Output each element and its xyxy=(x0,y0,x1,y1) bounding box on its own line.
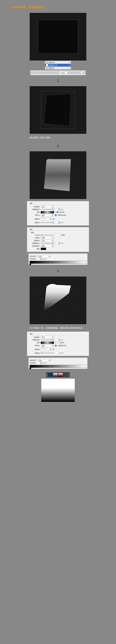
dropdown-icon[interactable]: ▾ xyxy=(55,342,56,344)
canvas-rounded-rect xyxy=(30,13,86,60)
arrow-down-icon: ↓ xyxy=(57,142,59,148)
blend-mode-select[interactable]: 正常 xyxy=(41,336,54,338)
angle-input[interactable] xyxy=(46,348,52,350)
scale-slider[interactable] xyxy=(41,353,54,354)
grad-type-select[interactable]: 实底 xyxy=(38,359,50,362)
page-title: Ipod主机箱（后机体部分） xyxy=(12,5,46,9)
position-select[interactable]: 内部 xyxy=(41,236,54,239)
rounded-rect-shape xyxy=(38,20,78,54)
style-swatch-icon[interactable] xyxy=(82,72,85,74)
section-label: 描边 xyxy=(30,228,86,231)
chevron-left-icon[interactable]: ‹ xyxy=(47,374,48,376)
dropdown-icon[interactable]: ▸ xyxy=(44,258,44,260)
gradient-editor-2: 渐变类型(T):实底 平滑度(M):▸% xyxy=(28,358,88,369)
grad-style-select[interactable]: 线性 xyxy=(41,344,54,347)
color-swatch[interactable] xyxy=(41,248,46,250)
tool-ellipse[interactable]: 椭圆工具U xyxy=(45,66,71,70)
smooth-input[interactable] xyxy=(36,362,43,364)
reverse-checkbox[interactable] xyxy=(57,342,58,344)
tool-rounded-rectangle[interactable]: 圆角矩形工具U xyxy=(45,64,71,66)
radius-label: 半径: xyxy=(58,71,60,74)
glass-shape xyxy=(41,156,75,194)
gradient-ramp[interactable] xyxy=(30,365,86,368)
opacity-input[interactable] xyxy=(55,339,61,341)
scale-input[interactable] xyxy=(55,352,61,354)
tool-rectangle[interactable]: 矩形工具U xyxy=(45,61,71,64)
ellipse-icon xyxy=(46,67,48,69)
dropdown-icon[interactable]: ▸ xyxy=(44,362,44,364)
layer-thumb[interactable] xyxy=(48,373,52,377)
canvas-pen-adjusted xyxy=(30,86,86,134)
dropdown-icon[interactable]: ▾ xyxy=(55,211,56,213)
caption-pen: 通过钢笔工具进行调整 xyxy=(30,136,86,139)
gradient-preview[interactable] xyxy=(41,342,54,344)
caption-copy: Ctrl+J复制一层，添加图层蒙版，用线性黑白渐变垂直拉线 xyxy=(30,327,86,330)
section-label: 渐变 xyxy=(30,202,86,205)
shape-tool-flyout[interactable]: 矩形工具U 圆角矩形工具U 椭圆工具U xyxy=(45,61,71,70)
arrow-down-icon: ↓ xyxy=(57,77,59,83)
smooth-input[interactable] xyxy=(36,258,43,260)
blend-mode-select[interactable]: 正常 xyxy=(41,206,54,208)
rrect-mode-icon[interactable] xyxy=(43,72,46,74)
layer-thumb[interactable] xyxy=(64,373,68,377)
polygon-mode-icon[interactable] xyxy=(49,72,52,74)
gradient-editor: 渐变类型(T):实底 平滑度(M):▸% xyxy=(28,254,88,265)
gradient-overlay-dialog-2: 渐变 混合模式:正常 不透明度(P):% 渐变:▾反向(R) 样式(L):线性与… xyxy=(27,332,89,356)
layer-thumb[interactable] xyxy=(53,373,58,377)
size-input[interactable] xyxy=(55,234,61,236)
gradient-ramp[interactable] xyxy=(30,261,86,264)
scale-slider[interactable] xyxy=(41,222,54,223)
size-slider[interactable] xyxy=(41,235,54,236)
rect-mode-icon[interactable] xyxy=(40,72,43,74)
gradient-overlay-dialog: 渐变 混合模式:正常 不透明度(P):% 渐变:▾反向(R) 样式(L):线性与… xyxy=(27,201,89,226)
angle-dial[interactable] xyxy=(41,347,45,352)
shape-layers-icon[interactable] xyxy=(31,72,34,74)
fill-pixels-icon[interactable] xyxy=(37,72,39,74)
ellipse-mode-icon[interactable] xyxy=(46,72,48,74)
chevron-right-icon[interactable]: › xyxy=(68,374,69,376)
scale-input[interactable] xyxy=(55,222,61,224)
line-mode-icon[interactable] xyxy=(52,72,54,74)
angle-input[interactable] xyxy=(46,218,52,220)
options-bar: 半径: 样式: xyxy=(30,70,86,75)
gradient-preview[interactable] xyxy=(41,211,54,214)
opacity-slider[interactable] xyxy=(41,209,54,210)
align-checkbox[interactable] xyxy=(55,345,56,346)
canvas-curl xyxy=(30,276,86,324)
fill-type-select[interactable]: 颜色 xyxy=(41,245,54,247)
arrow-down-icon: ↓ xyxy=(57,268,59,273)
rounded-rectangle-icon xyxy=(46,64,48,66)
stroke-opacity-slider[interactable] xyxy=(41,243,54,244)
intersect-icon[interactable] xyxy=(74,72,76,74)
section-label: 渐变 xyxy=(30,333,86,335)
opacity-slider[interactable] xyxy=(41,340,54,340)
rectangle-icon xyxy=(46,61,48,64)
curl-shape xyxy=(40,282,76,319)
layer-mask-thumb[interactable] xyxy=(58,373,63,377)
opacity-input[interactable] xyxy=(55,208,61,210)
reverse-checkbox[interactable] xyxy=(57,211,58,213)
angle-dial[interactable] xyxy=(41,217,45,221)
align-checkbox[interactable] xyxy=(55,214,56,216)
canvas-glass xyxy=(30,151,86,199)
paths-icon[interactable] xyxy=(34,72,36,74)
stroke-opacity-input[interactable] xyxy=(55,242,61,244)
custom-shape-icon[interactable] xyxy=(55,72,57,74)
style-label: 样式: xyxy=(80,71,82,74)
stroke-blend-select[interactable]: 正常 xyxy=(41,240,54,242)
exclude-icon[interactable] xyxy=(76,72,79,74)
stroke-dialog: 描边 结构 大小(S):像素 位置(P):内部 混合模式:正常 不透明度(O):… xyxy=(27,227,89,252)
layers-panel-strip: ‹ › xyxy=(46,372,70,378)
grad-style-select[interactable]: 线性 xyxy=(41,214,54,216)
combine-icon[interactable] xyxy=(68,72,70,74)
pen-path-shape xyxy=(41,91,75,129)
grad-type-select[interactable]: 实底 xyxy=(38,255,50,258)
radius-input[interactable] xyxy=(61,72,67,74)
mask-gradient-preview xyxy=(41,379,75,402)
subtract-icon[interactable] xyxy=(71,72,73,74)
